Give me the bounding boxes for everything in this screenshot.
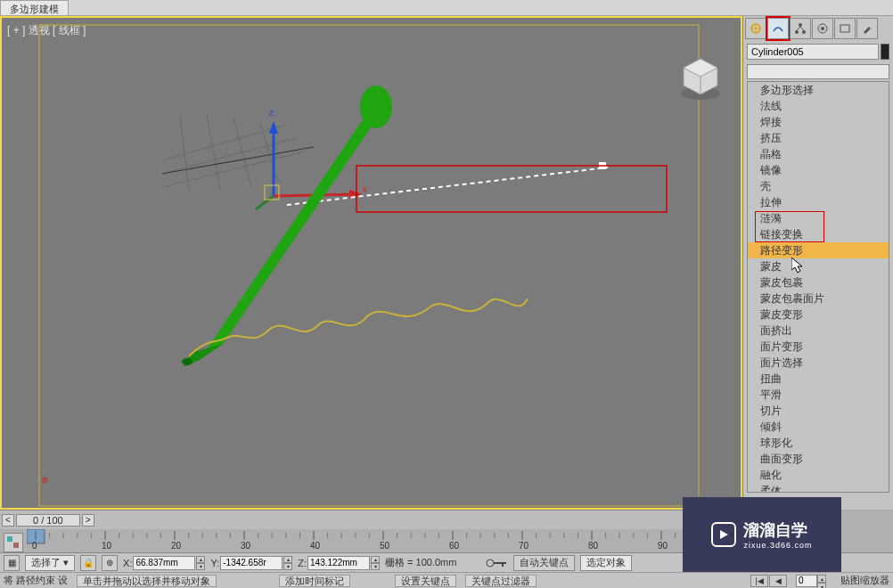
modifier-item[interactable]: 面片选择 xyxy=(748,355,889,371)
frame-up[interactable]: ▴ xyxy=(817,575,826,583)
z-down[interactable]: ▾ xyxy=(371,563,380,570)
selected-count[interactable]: 选择了 ▾ xyxy=(25,555,75,571)
watermark-url: zixue.3d66.com xyxy=(743,541,812,550)
svg-line-36 xyxy=(800,27,804,30)
modifier-item[interactable]: 切片 xyxy=(748,403,889,419)
prev-frame-button[interactable]: ◀ xyxy=(769,575,787,587)
z-up[interactable]: ▴ xyxy=(371,556,380,563)
key-filter-button[interactable]: 关键点过滤器 xyxy=(465,575,537,587)
modifier-dropdown[interactable] xyxy=(747,64,889,79)
modifier-item[interactable]: 法线 xyxy=(748,98,889,114)
modifier-item[interactable]: 挤压 xyxy=(748,130,889,146)
coord-mode-icon[interactable]: ⊕ xyxy=(102,555,118,571)
modifier-item[interactable]: 壳 xyxy=(748,178,889,194)
watermark-title: 溜溜自学 xyxy=(743,519,812,541)
grid-readout: 栅格 = 100.0mm xyxy=(385,556,456,569)
y-up[interactable]: ▴ xyxy=(283,556,292,563)
hint-tooltip: 单击并拖动以选择并移动对象 xyxy=(77,575,217,587)
modifier-item[interactable]: 球形化 xyxy=(748,435,889,451)
watermark: 溜溜自学 zixue.3d66.com xyxy=(683,497,841,572)
motion-tab-icon[interactable] xyxy=(812,18,833,39)
modifier-item[interactable]: 多边形选择 xyxy=(748,82,889,98)
modifier-item[interactable]: 晶格 xyxy=(748,146,889,162)
modifier-item[interactable]: 曲面变形 xyxy=(748,451,889,467)
coord-y: Y: ▴▾ xyxy=(210,556,292,570)
svg-point-23 xyxy=(182,358,193,365)
utilities-tab-icon[interactable] xyxy=(856,18,878,39)
coord-x-input[interactable] xyxy=(133,556,195,570)
modifier-item[interactable]: 涟漪 xyxy=(748,210,889,226)
modifier-item[interactable]: 焊接 xyxy=(748,114,889,130)
modifier-item[interactable]: 倾斜 xyxy=(748,419,889,435)
svg-text:20: 20 xyxy=(171,541,182,551)
selected-label: 选择了 xyxy=(31,556,61,569)
hierarchy-tab-icon[interactable] xyxy=(790,18,811,39)
viewport-scene: z x ⊕ xyxy=(2,18,741,508)
modifier-item[interactable]: 镜像 xyxy=(748,162,889,178)
svg-text:80: 80 xyxy=(588,541,599,551)
svg-text:40: 40 xyxy=(310,541,321,551)
auto-key-button[interactable]: 自动关键点 xyxy=(513,555,575,571)
svg-point-38 xyxy=(821,27,824,30)
modifier-list[interactable]: 多边形选择法线焊接挤压晶格镜像壳拉伸涟漪链接变换路径变形蒙皮蒙皮包裹蒙皮包裹面片… xyxy=(747,81,889,493)
svg-text:70: 70 xyxy=(519,541,529,551)
svg-text:x: x xyxy=(363,184,367,194)
modifier-item[interactable]: 拉伸 xyxy=(748,194,889,210)
svg-line-6 xyxy=(233,118,251,187)
viewport-perspective[interactable]: [ + ] 透视 [ 线框 ] z x xyxy=(0,16,742,510)
create-tab-icon[interactable] xyxy=(745,18,766,39)
svg-rect-19 xyxy=(356,166,667,212)
svg-point-34 xyxy=(802,30,806,34)
modifier-item[interactable]: 路径变形 xyxy=(748,242,889,258)
modifier-item[interactable]: 融化 xyxy=(748,467,889,483)
modifier-item[interactable]: 链接变换 xyxy=(748,226,889,242)
object-color-swatch[interactable] xyxy=(881,44,889,60)
coord-x: X: ▴▾ xyxy=(123,556,205,570)
y-down[interactable]: ▾ xyxy=(283,563,292,570)
scroll-right-button[interactable]: > xyxy=(82,514,94,527)
modifier-item[interactable]: 蒙皮包裹面片 xyxy=(748,290,889,306)
right-panel-label: 贴图缩放器 xyxy=(840,574,889,587)
modifier-item[interactable]: 扭曲 xyxy=(748,371,889,387)
modifier-item[interactable]: 蒙皮 xyxy=(748,258,889,274)
lock-icon[interactable]: 🔒 xyxy=(80,555,96,571)
modifier-item[interactable]: 面挤出 xyxy=(748,323,889,339)
modifier-item[interactable]: 蒙皮包裹 xyxy=(748,274,889,290)
svg-point-33 xyxy=(795,30,799,34)
frame-down[interactable]: ▾ xyxy=(817,583,826,589)
time-ruler[interactable]: 0102030405060708090100 xyxy=(27,529,742,552)
display-tab-icon[interactable] xyxy=(834,18,856,39)
selection-lock-icon[interactable]: ▦ xyxy=(4,555,20,571)
timeline-config-icon[interactable] xyxy=(4,533,23,552)
modifier-item[interactable]: 柔体 xyxy=(748,483,889,493)
scroll-left-button[interactable]: < xyxy=(2,514,14,527)
object-name-input[interactable] xyxy=(747,44,879,60)
viewcube[interactable] xyxy=(676,53,725,102)
svg-text:0: 0 xyxy=(32,541,37,551)
coord-y-input[interactable] xyxy=(220,556,283,570)
key-icon xyxy=(485,556,508,570)
play-icon xyxy=(711,522,736,547)
x-down[interactable]: ▾ xyxy=(196,563,205,570)
svg-point-107 xyxy=(487,559,494,567)
modifier-item[interactable]: 面片变形 xyxy=(748,339,889,355)
modifier-item[interactable]: 蒙皮变形 xyxy=(748,306,889,323)
goto-start-button[interactable]: |◀ xyxy=(750,575,768,587)
svg-text:60: 60 xyxy=(449,541,460,551)
svg-line-5 xyxy=(207,114,220,190)
coord-z: Z: ▴▾ xyxy=(298,556,380,570)
svg-text:z: z xyxy=(269,107,274,118)
svg-rect-41 xyxy=(7,536,12,542)
frame-chip[interactable]: 0 / 100 xyxy=(16,514,80,527)
x-up[interactable]: ▴ xyxy=(196,556,205,563)
svg-line-4 xyxy=(180,116,189,192)
modify-tab-icon[interactable] xyxy=(767,18,789,39)
coord-z-input[interactable] xyxy=(307,556,370,570)
key-target-dropdown[interactable]: 选定对象 xyxy=(580,555,632,571)
set-key-button[interactable]: 设置关键点 xyxy=(395,575,456,587)
svg-text:50: 50 xyxy=(380,541,390,551)
add-time-marker[interactable]: 添加时间标记 xyxy=(279,575,350,587)
workspace-tab[interactable]: 多边形建模 xyxy=(0,0,69,15)
modifier-item[interactable]: 平滑 xyxy=(748,387,889,403)
current-frame-input[interactable] xyxy=(796,575,817,587)
